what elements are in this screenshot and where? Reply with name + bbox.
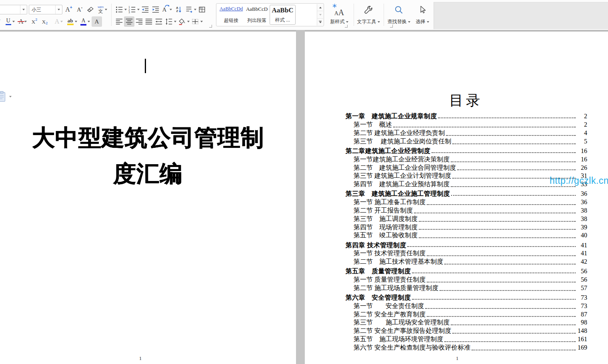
subscript-button[interactable]: X2 bbox=[40, 16, 50, 27]
toc-entry[interactable]: 第二节 建筑施工企业合同管理制度26 bbox=[346, 164, 587, 172]
decrease-indent-button[interactable] bbox=[140, 4, 150, 15]
table-properties-button[interactable]: F bbox=[197, 4, 207, 15]
phonetic-guide-button[interactable]: wén 文 bbox=[96, 4, 109, 15]
decrease-font-size-button[interactable]: A- bbox=[74, 4, 85, 15]
toc-leader-dots bbox=[412, 273, 576, 273]
paste-options-button[interactable] bbox=[0, 91, 12, 103]
character-border-button[interactable]: A bbox=[92, 16, 102, 27]
style-item-selected[interactable]: AaBbC 样式 ... bbox=[270, 5, 296, 25]
superscript-button[interactable]: X2 bbox=[29, 16, 40, 27]
paragraph-layout-button[interactable] bbox=[184, 4, 197, 15]
toc-entry[interactable]: 第二节 建筑施工企业经理负责制4 bbox=[346, 129, 587, 137]
toc-entry[interactable]: 第二节 施工现场质量管理制度57 bbox=[346, 284, 587, 292]
toc-entry-text: 第三节 建筑施工企业岗位责任制 bbox=[346, 137, 451, 146]
toc-leader-dots bbox=[425, 308, 576, 309]
borders-button[interactable] bbox=[190, 16, 203, 27]
toc-entry[interactable]: 第一节 质量管理责任制度56 bbox=[346, 276, 587, 284]
title-line-1[interactable]: 大中型建筑公司管理制 bbox=[0, 119, 296, 155]
justify-icon bbox=[145, 18, 153, 26]
font-size-dropdown-icon[interactable] bbox=[55, 5, 62, 14]
gallery-scroll-down-button[interactable] bbox=[317, 11, 323, 18]
increase-font-size-button[interactable]: A+ bbox=[63, 4, 74, 15]
text-effect-icon: A bbox=[162, 6, 167, 13]
text-effects-button[interactable]: A bbox=[161, 4, 174, 15]
highlight-button[interactable]: ab bbox=[65, 16, 79, 27]
toc-page-number: 38 bbox=[577, 207, 587, 214]
numbered-list-button[interactable]: 123 bbox=[127, 4, 140, 15]
select-button[interactable]: 选择 bbox=[413, 3, 432, 26]
toc-entry-text: 第三节 建筑施工企业计划管理制度 bbox=[346, 172, 451, 180]
line-spacing-icon bbox=[165, 18, 173, 26]
toc-entry-text: 第五节 施工现场环境管理制度 bbox=[346, 335, 443, 344]
gallery-more-button[interactable] bbox=[317, 19, 323, 26]
toc-entry[interactable]: 第一节 安全责任制度73 bbox=[346, 302, 587, 310]
toc-leader-dots bbox=[452, 333, 576, 334]
toc-entry[interactable]: 第一节 施工准备工作制度36 bbox=[346, 198, 587, 207]
font-name-dropdown-icon[interactable] bbox=[20, 5, 27, 14]
toc-entry[interactable]: 第三节 建筑施工企业岗位责任制5 bbox=[346, 137, 587, 146]
toc-entry[interactable]: 第二节 安全生产教育制度87 bbox=[346, 310, 587, 319]
toc-title[interactable]: 目录 bbox=[346, 91, 586, 110]
toc-entry[interactable]: 第三节 施工现场安全管理制度98 bbox=[346, 318, 587, 327]
line-spacing-button[interactable] bbox=[164, 16, 177, 27]
font-color-button[interactable]: A bbox=[79, 16, 92, 27]
toc-entry[interactable]: 第六节 安全生产检查制度与验收评价标准169 bbox=[346, 344, 587, 352]
toc-entry[interactable]: 第三节 施工调度制度38 bbox=[346, 215, 587, 223]
increase-indent-icon bbox=[152, 6, 160, 14]
toc-entry[interactable]: 第一章 建筑施工企业规章制度2 bbox=[346, 112, 587, 121]
text-outline-effect-button[interactable]: A bbox=[52, 16, 65, 27]
toc-entry[interactable]: 第六章 安全管理制度73 bbox=[346, 294, 587, 302]
style-preview: AaBbCcD bbox=[246, 6, 268, 12]
font-size-combobox[interactable]: 小三 bbox=[29, 5, 62, 14]
toc-page-number: 16 bbox=[577, 147, 587, 155]
font-name-combobox[interactable] bbox=[0, 5, 27, 14]
justify-button[interactable] bbox=[144, 16, 154, 27]
title-line-2[interactable]: 度汇编 bbox=[0, 155, 296, 191]
new-style-button[interactable]: AA 新样式 bbox=[329, 3, 350, 26]
table-properties-icon: F bbox=[198, 6, 206, 14]
decrease-font-icon: A bbox=[77, 7, 81, 13]
align-right-button[interactable] bbox=[134, 16, 144, 27]
text-tools-button[interactable]: 文字工具 bbox=[356, 3, 381, 26]
paste-options-dropdown-icon[interactable] bbox=[9, 96, 12, 97]
align-left-button[interactable] bbox=[114, 16, 124, 27]
toc-page-number: 26 bbox=[577, 164, 587, 171]
strikethrough-button[interactable]: A bbox=[16, 16, 29, 27]
toc-entry[interactable]: 第五节 竣工验收制度40 bbox=[346, 231, 587, 240]
toc-entry[interactable]: 第四节 现场管理制度39 bbox=[346, 223, 587, 232]
toc-page-number: 41 bbox=[577, 250, 587, 257]
toc-entry[interactable]: 第五章 质量管理制度56 bbox=[346, 267, 587, 276]
toc-entry-text: 第二节 安全生产教育制度 bbox=[346, 310, 426, 319]
style-gallery: AaBbCcDd 超链接 AaBbCcD 列出段落 AaBbC 样式 ... bbox=[216, 3, 324, 26]
toc-page-number: 16 bbox=[577, 156, 587, 163]
gallery-scroll-up-button[interactable] bbox=[317, 4, 323, 11]
toc-entry[interactable]: 第三章 建筑施工企业施工管理制度36 bbox=[346, 190, 587, 198]
style-item-hyperlink[interactable]: AaBbCcDd 超链接 bbox=[219, 5, 244, 25]
toc-entry[interactable]: 第一节建筑施工企业经营决策制度16 bbox=[346, 155, 587, 164]
document-page-2[interactable]: 目录 第一章 建筑施工企业规章制度2第一节 概述2第二节 建筑施工企业经理负责制… bbox=[305, 32, 608, 364]
toc-entry[interactable]: 第一节 概述2 bbox=[346, 121, 587, 129]
increase-indent-button[interactable] bbox=[150, 4, 161, 15]
toc-entry[interactable]: 第五节 施工现场环境管理制度161 bbox=[346, 335, 587, 344]
align-center-button[interactable] bbox=[124, 16, 134, 27]
distribute-button[interactable] bbox=[154, 16, 164, 27]
toc-entry[interactable]: 第二节 施工技术管理基本制度42 bbox=[346, 258, 587, 266]
toc-entry-text: 第一节 施工准备工作制度 bbox=[346, 198, 426, 207]
toc-entry[interactable]: 第四章 技术管理制度41 bbox=[346, 241, 587, 250]
toc-entry[interactable]: 第二节 开工报告制度38 bbox=[346, 207, 587, 215]
clear-formatting-button[interactable] bbox=[85, 4, 96, 15]
toc-entry[interactable]: 第一节 技术管理责任制度41 bbox=[346, 249, 587, 258]
toc-entry[interactable]: 第二章建筑施工企业经营制度16 bbox=[346, 147, 587, 155]
toc-entry[interactable]: 第二节 安全生产事故报告处理制度148 bbox=[346, 327, 587, 335]
shading-button[interactable] bbox=[177, 16, 190, 27]
document-title[interactable]: 大中型建筑公司管理制 度汇编 bbox=[0, 119, 296, 191]
italic-button[interactable]: I bbox=[0, 16, 1, 27]
document-page-1[interactable]: 大中型建筑公司管理制 度汇编 1 bbox=[0, 32, 296, 364]
pinyin-icon: wén 文 bbox=[98, 6, 104, 14]
underline-button[interactable]: U bbox=[4, 16, 16, 27]
style-item-list-paragraph[interactable]: AaBbCcD 列出段落 bbox=[244, 5, 269, 25]
sort-button[interactable]: A Z bbox=[174, 4, 184, 15]
find-replace-button[interactable]: 查找替换 bbox=[386, 3, 412, 26]
paragraph-dialog-launcher[interactable] bbox=[209, 25, 212, 28]
bullet-list-button[interactable] bbox=[114, 4, 127, 15]
